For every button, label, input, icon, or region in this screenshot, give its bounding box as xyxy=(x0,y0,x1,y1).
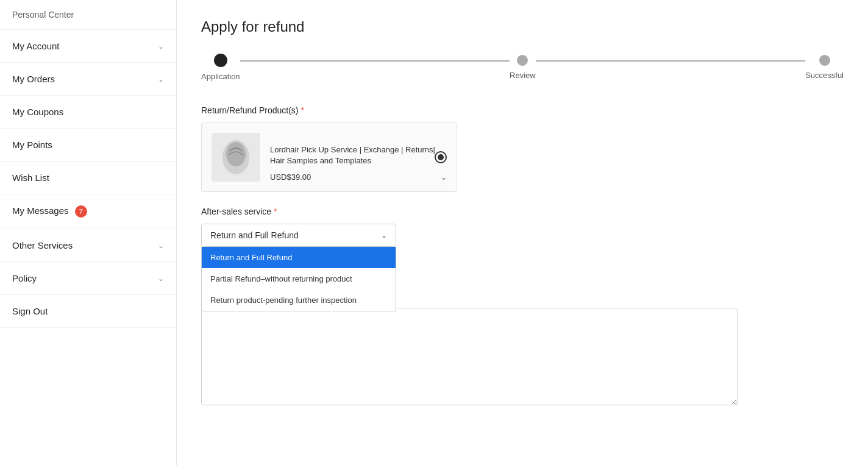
after-sales-selected-value: Return and Full Refund xyxy=(210,230,299,240)
sidebar-item-label: My Account xyxy=(12,41,60,51)
step-label-application: Application xyxy=(201,72,240,81)
chevron-down-icon: ⌄ xyxy=(381,231,387,240)
main-content: Apply for refund Application Review Succ… xyxy=(177,0,868,465)
sidebar-item-my-account[interactable]: My Account ⌄ xyxy=(0,30,176,63)
svg-point-1 xyxy=(226,142,246,166)
required-star-2: * xyxy=(274,207,277,216)
sidebar-item-label: Wish List xyxy=(12,172,49,183)
sidebar-item-label: Policy xyxy=(12,273,37,283)
step-circle-application xyxy=(214,54,227,67)
page-title: Apply for refund xyxy=(201,18,844,35)
dropdown-option-return-full[interactable]: Return and Full Refund xyxy=(202,247,396,268)
chevron-down-icon: ⌄ xyxy=(158,241,164,250)
dropdown-option-partial-refund[interactable]: Partial Refund–without returning product xyxy=(202,268,396,289)
product-info: Lordhair Pick Up Service | Exchange | Re… xyxy=(270,144,447,170)
sidebar: Personal Center My Account ⌄ My Orders ⌄… xyxy=(0,0,177,465)
product-chevron-icon[interactable]: ⌄ xyxy=(441,173,447,182)
sign-out-button[interactable]: Sign Out xyxy=(0,295,176,328)
after-sales-label: After-sales service * xyxy=(201,207,844,216)
sidebar-item-label: My Points xyxy=(12,140,52,150)
dropdown-option-return-pending[interactable]: Return product-pending further inspectio… xyxy=(202,289,396,311)
step-application: Application xyxy=(201,54,240,81)
sidebar-item-my-messages[interactable]: My Messages 7 xyxy=(0,194,176,229)
product-section-label: Return/Refund Product(s) * xyxy=(201,105,844,115)
radio-inner xyxy=(438,154,444,160)
sidebar-item-other-services[interactable]: Other Services ⌄ xyxy=(0,229,176,262)
step-successful: Successful xyxy=(805,55,844,80)
others-textarea[interactable] xyxy=(201,308,738,405)
chevron-down-icon: ⌄ xyxy=(158,75,164,83)
step-circle-successful xyxy=(819,55,830,66)
sidebar-item-label: My Messages 7 xyxy=(12,205,87,218)
product-price: USD$39.00 xyxy=(270,172,311,182)
step-label-successful: Successful xyxy=(805,71,844,80)
radio-circle xyxy=(435,151,447,163)
product-name: Lordhair Pick Up Service | Exchange | Re… xyxy=(270,144,447,166)
step-line-1 xyxy=(240,60,510,62)
sidebar-item-my-orders[interactable]: My Orders ⌄ xyxy=(0,63,176,96)
after-sales-dropdown-wrapper: Return and Full Refund ⌄ Return and Full… xyxy=(201,224,396,247)
after-sales-dropdown[interactable]: Return and Full Refund ⌄ xyxy=(201,224,396,247)
sidebar-personal-center: Personal Center xyxy=(0,0,176,30)
stepper: Application Review Successful xyxy=(201,54,844,81)
sidebar-item-policy[interactable]: Policy ⌄ xyxy=(0,262,176,295)
sidebar-item-wish-list[interactable]: Wish List xyxy=(0,162,176,194)
product-image xyxy=(212,133,260,182)
sidebar-item-label: My Coupons xyxy=(12,107,63,117)
required-star: * xyxy=(301,105,304,115)
messages-badge: 7 xyxy=(75,205,87,218)
step-review: Review xyxy=(510,55,536,80)
after-sales-section: After-sales service * Return and Full Re… xyxy=(201,207,844,277)
after-sales-dropdown-menu: Return and Full Refund Partial Refund–wi… xyxy=(201,247,396,311)
chevron-down-icon: ⌄ xyxy=(158,274,164,283)
sidebar-item-my-coupons[interactable]: My Coupons xyxy=(0,96,176,129)
product-card: Lordhair Pick Up Service | Exchange | Re… xyxy=(201,122,457,192)
step-line-2 xyxy=(536,60,805,62)
step-label-review: Review xyxy=(510,71,536,80)
sidebar-item-label: Other Services xyxy=(12,240,73,250)
step-circle-review xyxy=(517,55,528,66)
sidebar-item-label: My Orders xyxy=(12,74,55,84)
chevron-down-icon: ⌄ xyxy=(158,42,164,51)
sidebar-item-my-points[interactable]: My Points xyxy=(0,129,176,162)
product-radio[interactable] xyxy=(435,151,447,163)
